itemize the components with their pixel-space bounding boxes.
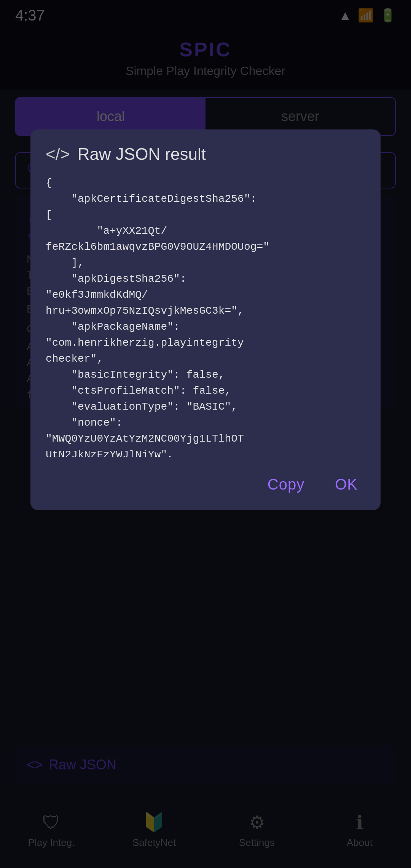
raw-json-dialog: </> Raw JSON result { "apkCertificateDig… [30, 129, 381, 510]
dialog-actions: Copy OK [46, 472, 365, 497]
dialog-content: { "apkCertificateDigestSha256": [ "a+yXX… [46, 175, 365, 457]
dialog-title: Raw JSON result [78, 145, 206, 164]
copy-button[interactable]: Copy [260, 472, 312, 497]
ok-button[interactable]: OK [327, 472, 365, 497]
json-text: { "apkCertificateDigestSha256": [ "a+yXX… [46, 175, 365, 457]
dialog-code-icon: </> [46, 145, 70, 164]
dialog-header: </> Raw JSON result [46, 145, 365, 164]
